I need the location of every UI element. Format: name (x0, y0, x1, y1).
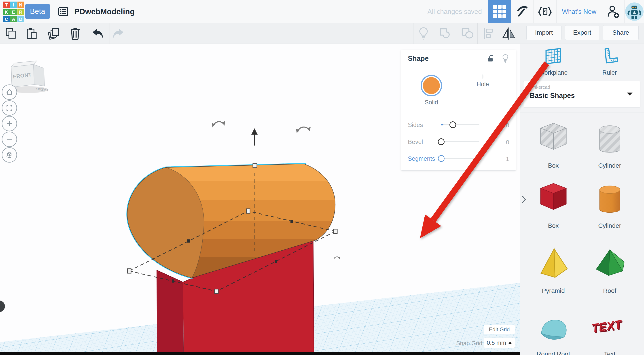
logo-tile: R (18, 9, 24, 15)
home-view-button[interactable] (2, 85, 17, 100)
ruler-icon (600, 47, 619, 66)
move-up-arrow-handle[interactable] (251, 128, 258, 146)
paste-icon (26, 27, 38, 40)
scale-handle-corner-right[interactable] (334, 229, 337, 234)
slider-track[interactable] (441, 124, 480, 125)
logo-tile: K (3, 9, 10, 15)
logo-tile: N (18, 2, 24, 8)
user-avatar[interactable] (625, 2, 644, 21)
shape-cylinder-hole[interactable]: Cylinder (582, 122, 638, 169)
redo-icon (112, 28, 125, 39)
panel-title: Shape (408, 54, 429, 62)
shape-round-roof[interactable]: Round Roof (525, 310, 582, 355)
undo-button[interactable] (89, 23, 106, 44)
mirror-icon (502, 27, 516, 40)
logo-tile: T (3, 2, 10, 8)
paste-button[interactable] (24, 23, 39, 44)
copy-button[interactable] (2, 23, 20, 44)
redo-button[interactable] (110, 23, 127, 44)
scale-handle-corner-front[interactable] (215, 289, 218, 294)
segments-slider-knob[interactable] (438, 155, 444, 162)
shape-box-solid[interactable]: Box (525, 182, 582, 229)
design-properties-button[interactable] (54, 0, 73, 23)
unlock-icon[interactable] (488, 55, 494, 62)
chevron-right-icon (522, 196, 526, 204)
align-button[interactable] (479, 23, 498, 44)
bevel-slider-knob[interactable] (438, 138, 444, 145)
shape-roof[interactable]: Roof (582, 246, 638, 294)
codeblocks-button[interactable] (533, 0, 556, 23)
share-button[interactable]: Share (603, 25, 639, 40)
robot-avatar-icon (625, 2, 644, 21)
light-mode-button[interactable] (414, 23, 433, 44)
dropdown-selected: Basic Shapes (530, 92, 575, 100)
grid-icon (492, 4, 506, 18)
edit-grid-button[interactable]: Edit Grid (484, 325, 515, 334)
sidebar-collapse-button[interactable] (520, 194, 527, 205)
rotate-handle-top-right[interactable] (296, 127, 310, 133)
rotate-handle-right[interactable] (334, 256, 340, 259)
solid-swatch (420, 75, 442, 96)
duplicate-button[interactable] (45, 23, 62, 44)
snap-grid-dropdown[interactable]: 0.5 mm (484, 338, 515, 348)
minecraft-export-button[interactable] (511, 0, 533, 23)
fit-view-button[interactable] (2, 100, 17, 115)
sides-slider-row: Sides 20 (408, 121, 509, 129)
scale-handle-mid[interactable] (172, 280, 174, 282)
sides-slider-knob[interactable] (450, 122, 456, 128)
align-icon (483, 28, 494, 40)
group-button[interactable] (435, 23, 455, 44)
shape-pyramid[interactable]: Pyramid (525, 246, 582, 294)
shape-box-hole[interactable]: Box (525, 122, 582, 169)
ungroup-button[interactable] (458, 23, 478, 44)
pickaxe-icon (516, 5, 528, 18)
scale-handle-mid[interactable] (274, 260, 277, 263)
solid-material-option[interactable]: Solid (416, 75, 447, 106)
slider-label: Segments (408, 155, 435, 162)
logo-tile: I (10, 2, 17, 8)
shape-category-dropdown[interactable]: Tinkercad Basic Shapes (523, 81, 640, 108)
mirror-button[interactable] (499, 23, 518, 44)
ungroup-icon (461, 28, 474, 40)
dashboard-grid-button[interactable] (488, 0, 511, 23)
import-button[interactable]: Import (526, 25, 562, 40)
edit-toolbar: Import Export Share (0, 23, 644, 44)
dropdown-category: Tinkercad (530, 84, 550, 90)
delete-button[interactable] (67, 23, 83, 44)
slider-value: 1 (496, 156, 509, 162)
duplicate-icon (47, 27, 60, 40)
export-button[interactable]: Export (565, 25, 599, 40)
tinkercad-logo[interactable]: T I N K E R C A D (3, 2, 24, 22)
invite-user-button[interactable] (602, 0, 624, 23)
ruler-tool[interactable]: Ruler (588, 47, 631, 76)
slider-track[interactable] (441, 141, 480, 142)
height-scale-handle[interactable] (253, 164, 257, 168)
scale-handle-mid[interactable] (290, 220, 293, 223)
bevel-slider-row: Bevel 0 (408, 138, 509, 146)
show-hide-icon[interactable] (502, 54, 508, 63)
workplane-tool[interactable]: Workplane (532, 47, 574, 76)
snap-grid-value: 0.5 mm (487, 339, 506, 346)
shape-text[interactable]: TEXT TEXT Text (582, 310, 638, 355)
slider-track[interactable] (441, 158, 480, 159)
trash-icon (69, 27, 81, 40)
scale-handle-corner-left[interactable] (128, 269, 131, 273)
scale-handle-mid[interactable] (188, 240, 190, 242)
document-title[interactable]: PDwebModeling (74, 0, 134, 23)
scale-handle-corner-back[interactable] (246, 209, 250, 213)
shapes-sidebar: Workplane Ruler Tinkercad Basic Shapes (520, 44, 644, 355)
snap-grid-label: Snap Grid (456, 340, 482, 347)
logo-tile: D (18, 16, 24, 22)
hole-material-option[interactable]: Hole (467, 75, 498, 88)
chevron-down-icon (627, 92, 632, 96)
undo-icon (91, 28, 104, 39)
rotate-handle-top-left[interactable] (212, 121, 225, 128)
save-status: All changes saved (428, 0, 482, 23)
whats-new-link[interactable]: What's New (556, 0, 602, 23)
slider-value: 0 (496, 139, 509, 146)
beta-button[interactable]: Beta (25, 4, 50, 19)
shape-cylinder-solid[interactable]: Cylinder (582, 182, 638, 229)
code-blocks-icon (538, 6, 552, 18)
chevron-up-icon (508, 342, 512, 344)
hole-swatch (482, 74, 484, 79)
